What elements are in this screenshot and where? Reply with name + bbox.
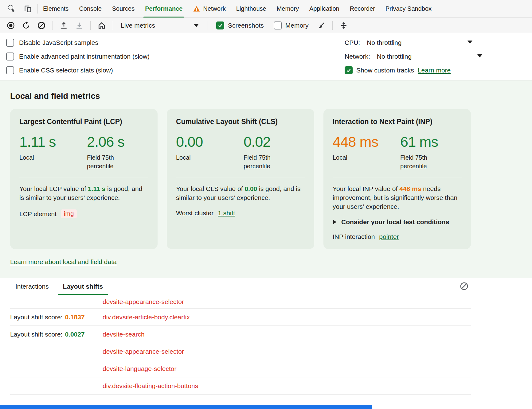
card-title: Largest Contentful Paint (LCP) xyxy=(19,118,148,126)
metric-card-lcp: Largest Contentful Paint (LCP) 1.11 s Lo… xyxy=(10,109,158,249)
gc-brush-icon[interactable] xyxy=(314,20,328,31)
checkbox-checked-icon xyxy=(216,21,224,29)
metric-cards: Largest Contentful Paint (LCP) 1.11 s Lo… xyxy=(10,109,522,249)
element-link[interactable]: devsite-language-selector xyxy=(103,365,176,372)
chevron-down-icon xyxy=(467,41,472,44)
card-title: Cumulative Layout Shift (CLS) xyxy=(176,118,305,126)
tab-memory[interactable]: Memory xyxy=(272,0,304,18)
divider xyxy=(176,178,305,178)
lcp-element-row: LCP element img xyxy=(19,209,148,218)
divider xyxy=(333,178,462,178)
lcp-element-chip[interactable]: img xyxy=(61,209,77,218)
inspect-icon[interactable] xyxy=(6,3,17,14)
collapse-vertical-icon[interactable] xyxy=(337,20,351,31)
record-button[interactable] xyxy=(4,20,18,31)
warning-icon xyxy=(193,5,200,13)
layout-shift-score: 0.1837 xyxy=(65,314,84,321)
tab-interactions[interactable]: Interactions xyxy=(15,283,49,295)
home-icon[interactable] xyxy=(95,20,109,31)
lcp-inline-value: 1.11 s xyxy=(88,185,105,192)
cls-inline-value: 0.00 xyxy=(244,185,257,192)
checkbox-unchecked-icon xyxy=(6,66,14,74)
worst-cluster-label: Worst cluster xyxy=(176,209,213,217)
chevron-down-icon xyxy=(477,54,482,57)
tab-performance[interactable]: Performance xyxy=(140,0,188,18)
element-link[interactable]: devsite-appearance-selector xyxy=(103,298,184,306)
metric-values: 448 ms Local 61 ms Field 75th percentile xyxy=(333,133,462,170)
tab-label: Network xyxy=(203,5,225,12)
checkbox-unchecked-icon xyxy=(6,39,14,47)
network-throttling-select[interactable]: Network: No throttling xyxy=(345,49,474,63)
layout-shift-row[interactable]: Layout shift score:0.1837 div.devsite-ar… xyxy=(10,309,471,326)
worst-cluster-link[interactable]: 1 shift xyxy=(218,209,235,217)
tab-label: Lighthouse xyxy=(236,5,266,12)
log-tabs: Interactions Layout shifts xyxy=(15,283,532,295)
element-link[interactable]: devsite-search xyxy=(103,331,145,338)
capture-options-panel: Disable JavaScript samples Enable advanc… xyxy=(0,33,532,80)
inp-local-value: 448 ms xyxy=(333,133,400,150)
card-title: Interaction to Next Paint (INP) xyxy=(333,118,462,126)
tab-console[interactable]: Console xyxy=(74,0,107,18)
layout-shift-row[interactable]: devsite-appearance-selector xyxy=(10,343,471,360)
load-profile-icon[interactable] xyxy=(57,20,71,31)
layout-shift-row[interactable]: devsite-language-selector xyxy=(10,360,471,377)
layout-shift-row[interactable]: Layout shift score:0.0027 devsite-search xyxy=(10,326,471,343)
live-metrics-select[interactable]: Live metrics xyxy=(117,22,204,29)
tab-privacy-sandbox[interactable]: Privacy Sandbox xyxy=(380,0,437,18)
save-profile-icon[interactable] xyxy=(72,20,86,31)
throttling-options: CPU: No throttling Network: No throttlin… xyxy=(345,36,474,77)
show-custom-tracks-label: Show custom tracks xyxy=(356,67,414,74)
lcp-element-label: LCP element xyxy=(19,210,57,218)
tab-elements[interactable]: Elements xyxy=(38,0,74,18)
clear-log-icon[interactable] xyxy=(460,282,470,292)
tab-application[interactable]: Application xyxy=(304,0,345,18)
tab-recorder[interactable]: Recorder xyxy=(345,0,380,18)
clear-button[interactable] xyxy=(34,20,49,31)
checkbox-unchecked-icon xyxy=(6,53,14,60)
lcp-local-value: 1.11 s xyxy=(19,133,87,150)
tab-label: Elements xyxy=(43,5,68,12)
performance-toolbar: Live metrics Screenshots Memory xyxy=(0,18,532,33)
horizontal-scrollbar[interactable] xyxy=(0,405,372,409)
chevron-down-icon xyxy=(194,24,199,27)
disable-js-samples-label: Disable JavaScript samples xyxy=(19,39,98,46)
metric-card-inp: Interaction to Next Paint (INP) 448 ms L… xyxy=(323,109,471,249)
live-metrics-log: Interactions Layout shifts devsite-appea… xyxy=(0,278,532,395)
show-custom-tracks-checkbox[interactable] xyxy=(345,66,353,74)
element-link[interactable]: div.devsite-article-body.clearfix xyxy=(103,314,190,321)
lcp-description: Your local LCP value of 1.11 s is good, … xyxy=(19,184,148,202)
cpu-throttling-select[interactable]: CPU: No throttling xyxy=(345,36,474,49)
local-test-conditions-disclosure[interactable]: Consider your local test conditions xyxy=(333,218,462,226)
score-cell: Layout shift score:0.0027 xyxy=(10,331,103,338)
custom-tracks-learn-more-link[interactable]: Learn more xyxy=(418,67,451,74)
divider xyxy=(332,21,333,30)
memory-checkbox[interactable]: Memory xyxy=(274,21,309,29)
tab-network[interactable]: Network xyxy=(188,0,231,18)
tab-label: Sources xyxy=(112,5,135,12)
element-link[interactable]: devsite-appearance-selector xyxy=(103,348,184,355)
cls-local-value: 0.00 xyxy=(176,133,244,150)
element-link[interactable]: div.devsite-floating-action-buttons xyxy=(103,382,198,390)
field-label: Field 75th percentile xyxy=(87,153,133,170)
layout-shift-row[interactable]: devsite-appearance-selector xyxy=(10,295,471,309)
divider xyxy=(90,21,91,30)
layout-shift-table: devsite-appearance-selector Layout shift… xyxy=(10,295,471,395)
tab-layout-shifts[interactable]: Layout shifts xyxy=(63,283,103,295)
cls-description: Your local CLS value of 0.00 is good, an… xyxy=(176,184,305,202)
inp-interaction-link[interactable]: pointer xyxy=(379,233,399,240)
screenshots-label: Screenshots xyxy=(228,22,264,29)
triangle-right-icon xyxy=(333,220,336,224)
tab-lighthouse[interactable]: Lighthouse xyxy=(231,0,272,18)
live-metrics-label: Live metrics xyxy=(121,22,155,29)
tab-sources[interactable]: Sources xyxy=(107,0,140,18)
reload-record-button[interactable] xyxy=(19,20,33,31)
layout-shift-score: 0.0027 xyxy=(65,331,84,338)
tab-label: Privacy Sandbox xyxy=(385,5,432,12)
layout-shift-row[interactable]: div.devsite-floating-action-buttons xyxy=(10,377,471,395)
local-field-learn-more-link[interactable]: Learn more about local and field data xyxy=(10,258,117,266)
screenshots-checkbox[interactable]: Screenshots xyxy=(216,21,264,29)
worst-cluster-row: Worst cluster 1 shift xyxy=(176,209,305,217)
device-toolbar-icon[interactable] xyxy=(22,3,33,14)
inp-field-value: 61 ms xyxy=(400,133,462,150)
network-label: Network: xyxy=(345,53,370,60)
